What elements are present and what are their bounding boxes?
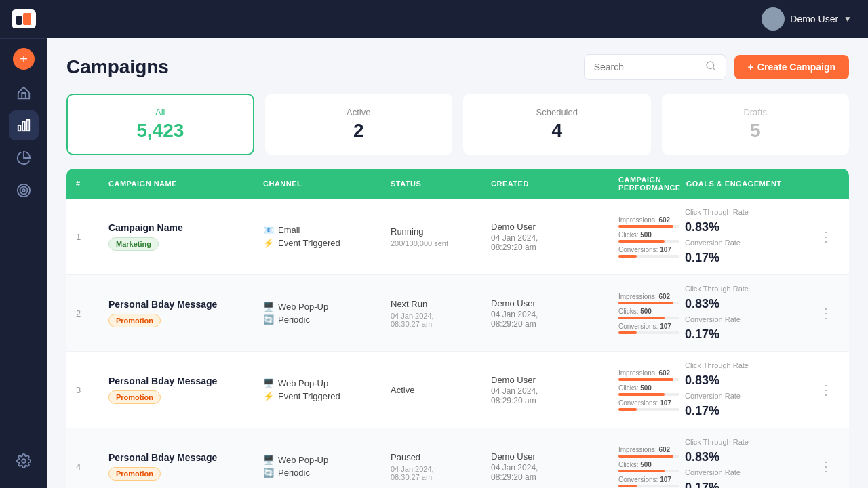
campaign-badge-2: Promotion xyxy=(108,314,161,327)
sidebar-item-settings[interactable] xyxy=(9,446,39,476)
periodic-icon-4: 🔄 xyxy=(263,468,274,478)
campaign-name-col-1: Campaign Name Marketing xyxy=(108,222,258,251)
ctr-value-3: 0.83% xyxy=(685,373,807,388)
perf-impressions-3: Impressions: 602 xyxy=(618,369,679,381)
channel-popup-3: 🖥️ Web Pop-Up xyxy=(263,378,385,388)
periodic-icon-2: 🔄 xyxy=(263,314,274,325)
perf-imp-label-4: Impressions: 602 xyxy=(618,446,679,453)
svg-rect-1 xyxy=(23,13,31,25)
topbar: Demo User ▼ xyxy=(47,0,868,38)
channel-label-2b: Periodic xyxy=(278,314,310,325)
channel-popup-2: 🖥️ Web Pop-Up xyxy=(263,302,385,312)
perf-imp-label-3: Impressions: 602 xyxy=(618,369,679,377)
status-sub-1: 200/100,000 sent xyxy=(391,239,486,247)
created-user-3: Demo User xyxy=(491,375,613,385)
more-button-2[interactable]: ⋮ xyxy=(812,305,840,321)
popup-icon-3: 🖥️ xyxy=(263,378,274,388)
row-num-4: 4 xyxy=(76,462,103,472)
cr-label-3: Conversion Rate xyxy=(685,392,807,400)
campaign-name-2: Personal Bday Message xyxy=(108,299,258,310)
perf-clicks-4: Clicks: 500 xyxy=(618,461,679,472)
created-user-2: Demo User xyxy=(491,298,613,308)
perf-conv-2: Conversions: 107 xyxy=(618,323,679,334)
svg-point-9 xyxy=(707,62,714,69)
cr-value-2: 0.17% xyxy=(685,327,807,342)
stat-card-all[interactable]: All 5,423 xyxy=(66,94,254,155)
perf-conv-3: Conversions: 107 xyxy=(618,399,679,411)
stat-label-all: All xyxy=(84,107,237,117)
th-name: CAMPAIGN NAME xyxy=(108,176,258,192)
sidebar-item-home[interactable] xyxy=(9,78,39,108)
search-input[interactable] xyxy=(594,62,700,73)
svg-rect-0 xyxy=(16,16,22,25)
channel-event-1: ⚡ Event Triggered xyxy=(263,238,385,248)
status-col-3: Active xyxy=(391,385,486,395)
add-button[interactable]: + xyxy=(13,48,35,70)
created-date-2: 04 Jan 2024,08:29:20 am xyxy=(491,310,613,329)
perf-clk-label-3: Clicks: 500 xyxy=(618,384,679,392)
channel-periodic-2: 🔄 Periodic xyxy=(263,314,385,325)
perf-conv-label-2: Conversions: 107 xyxy=(618,323,679,330)
sidebar-item-chart[interactable] xyxy=(9,110,39,140)
ctr-label-3: Click Through Rate xyxy=(685,361,807,369)
perf-conv-label-1: Conversions: 107 xyxy=(618,246,679,253)
row-num-1: 1 xyxy=(76,232,103,242)
more-button-3[interactable]: ⋮ xyxy=(812,382,840,398)
perf-conv-1: Conversions: 107 xyxy=(618,246,679,258)
status-text-3: Active xyxy=(391,385,486,395)
logo-icon xyxy=(12,9,36,28)
created-user-1: Demo User xyxy=(491,222,613,232)
table-row: 2 Personal Bday Message Promotion 🖥️ Web… xyxy=(66,275,849,352)
created-date-4: 04 Jan 2024,08:29:20 am xyxy=(491,463,613,482)
chevron-down-icon: ▼ xyxy=(844,14,852,24)
stat-label-drafts: Drafts xyxy=(679,107,832,117)
create-campaign-button[interactable]: + Create Campaign xyxy=(734,55,849,79)
status-text-1: Running xyxy=(391,226,486,237)
status-sub-2: 04 Jan 2024,08:30:27 am xyxy=(391,312,486,328)
svg-rect-3 xyxy=(22,122,25,131)
channel-label-4a: Web Pop-Up xyxy=(278,455,328,465)
status-text-4: Paused xyxy=(391,452,486,462)
perf-clk-label-2: Clicks: 500 xyxy=(618,308,679,315)
ctr-label-1: Click Through Rate xyxy=(685,208,807,216)
sidebar-item-target[interactable] xyxy=(9,176,39,205)
th-channel: CHANNEL xyxy=(263,176,385,192)
perf-col-1: Impressions: 602 Clicks: 500 Conversions… xyxy=(618,216,679,258)
user-menu[interactable]: Demo User ▼ xyxy=(762,7,852,30)
stat-card-drafts[interactable]: Drafts 5 xyxy=(662,94,850,155)
stat-card-active[interactable]: Active 2 xyxy=(265,94,453,155)
perf-conv-label-3: Conversions: 107 xyxy=(618,399,679,407)
created-col-2: Demo User 04 Jan 2024,08:29:20 am xyxy=(491,298,613,329)
cr-label-1: Conversion Rate xyxy=(685,239,807,247)
cr-label-4: Conversion Rate xyxy=(685,468,807,476)
cr-value-3: 0.17% xyxy=(685,404,807,418)
perf-clicks-2: Clicks: 500 xyxy=(618,308,679,319)
perf-impressions-1: Impressions: 602 xyxy=(618,216,679,228)
stat-card-scheduled[interactable]: Scheduled 4 xyxy=(463,94,651,155)
avatar xyxy=(762,7,785,30)
channel-col-4: 🖥️ Web Pop-Up 🔄 Periodic xyxy=(263,455,385,478)
status-col-1: Running 200/100,000 sent xyxy=(391,226,486,247)
main-content: Demo User ▼ Campaigns + Create Campaign xyxy=(47,0,868,488)
stat-label-scheduled: Scheduled xyxy=(481,107,633,117)
perf-clicks-1: Clicks: 500 xyxy=(618,231,679,243)
search-box[interactable] xyxy=(584,54,726,80)
perf-col-2: Impressions: 602 Clicks: 500 Conversions… xyxy=(618,293,679,334)
channel-label-1a: Email xyxy=(278,225,300,235)
channel-event-3: ⚡ Event Triggered xyxy=(263,391,385,401)
page-title: Campaigns xyxy=(66,56,169,78)
campaign-name-4: Personal Bday Message xyxy=(108,452,258,463)
goals-col-2: Click Through Rate 0.83% Conversion Rate… xyxy=(685,285,807,342)
stat-label-active: Active xyxy=(283,107,435,117)
stats-row: All 5,423 Active 2 Scheduled 4 Drafts 5 xyxy=(66,94,849,155)
more-button-1[interactable]: ⋮ xyxy=(812,228,840,245)
created-user-4: Demo User xyxy=(491,451,613,462)
more-button-4[interactable]: ⋮ xyxy=(812,458,840,474)
row-num-2: 2 xyxy=(76,308,103,319)
perf-conv-4: Conversions: 107 xyxy=(618,476,679,487)
created-date-3: 04 Jan 2024,08:29:20 am xyxy=(491,386,613,405)
plus-icon: + xyxy=(748,62,753,73)
th-created: CREATED xyxy=(491,176,613,192)
sidebar-item-pie[interactable] xyxy=(9,143,39,173)
cr-value-1: 0.17% xyxy=(685,251,807,265)
